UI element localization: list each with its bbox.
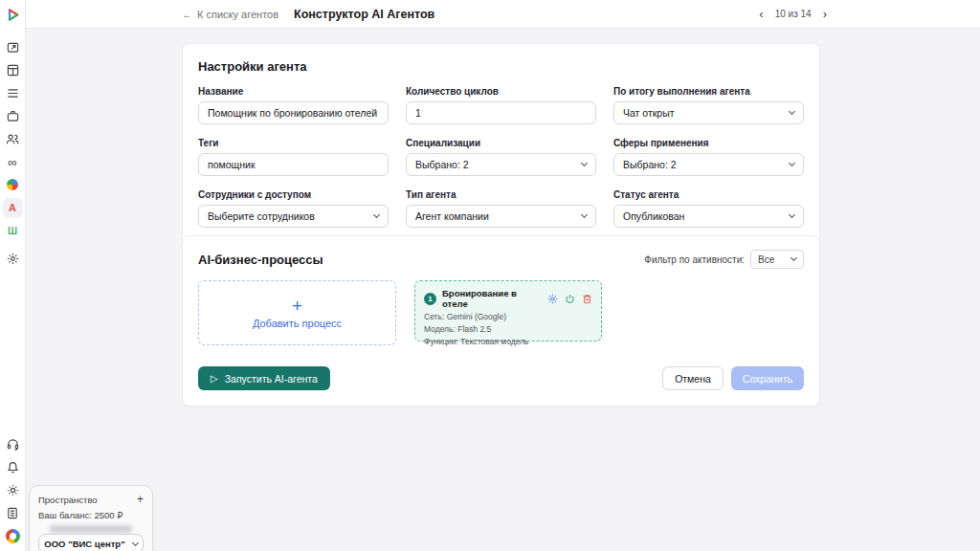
chevron-down-icon [789,211,795,218]
blurred-user-text [50,525,132,533]
next-page-button[interactable]: › [823,8,827,20]
field-specializations: Специализации Выбрано: 2 [406,138,596,176]
gear-icon [7,253,19,265]
activity-filter-select[interactable]: Все [750,250,804,269]
processes-row: + Добавить процесс 1 Бронирование в отел… [198,280,804,345]
sidebar-item-docs[interactable] [3,501,23,524]
workspace-title: Пространство [38,495,98,505]
prev-page-button[interactable]: ‹ [759,8,763,20]
letter-sh-icon: Ш [8,226,17,236]
field-label: Статус агента [613,189,804,200]
chevron-down-icon [373,211,380,218]
agent-type-select[interactable]: Агент компании [406,205,596,228]
field-label: Сотрудники с доступом [198,189,389,200]
bell-icon [7,461,19,474]
field-label: Теги [198,138,389,148]
sidebar-item-theme[interactable] [3,478,23,501]
field-name: Название [198,86,389,124]
processes-footer: ▷ Запустить AI-агента Отмена Сохранить [198,366,804,390]
add-process-label: Добавить процесс [253,318,342,329]
name-input[interactable] [198,101,389,124]
sidebar: ∞ A Ш [0,0,26,551]
process-power-button[interactable] [565,294,575,304]
field-label: Количество циклов [406,86,596,97]
process-settings-button[interactable] [547,294,558,304]
sidebar-item-ai-agents-active[interactable]: A [3,196,23,219]
form-actions: Отмена Сохранить [662,366,804,390]
workspace-balance: Ваш баланс: 2500 ₽ [38,510,144,520]
chevron-down-icon [791,254,797,261]
sidebar-item-employees[interactable] [3,127,23,150]
add-workspace-button[interactable]: + [137,494,144,505]
chevron-down-icon [581,211,588,218]
add-process-button[interactable]: + Добавить процесс [198,280,396,345]
spheres-select[interactable]: Выбрано: 2 [613,153,804,176]
sidebar-item-notifications[interactable] [3,455,23,478]
pagination-label: 10 из 14 [775,9,812,19]
sidebar-item-analytics[interactable] [3,173,23,196]
organization-select[interactable]: ООО "ВИС центр" [38,534,144,551]
external-window-icon [7,41,19,54]
field-label: По итогу выполнения агента [613,86,804,97]
chevron-down-icon [789,108,795,115]
sidebar-item-integrations[interactable]: ∞ [3,150,23,173]
sidebar-item-partner-logo[interactable] [3,524,23,547]
sidebar-item-tasks[interactable] [3,81,23,104]
chevron-down-icon [581,160,588,166]
select-value: Выберите сотрудников [208,210,315,222]
sidebar-item-dashboard[interactable] [3,35,23,58]
cycles-input[interactable] [406,101,596,124]
save-button[interactable]: Сохранить [731,366,804,390]
organization-name: ООО "ВИС центр" [44,539,124,549]
headset-icon [7,438,19,451]
specializations-select[interactable]: Выбрано: 2 [406,153,596,176]
active-item-bg: A [3,198,23,218]
back-arrow-icon: ← [182,9,192,20]
cancel-button[interactable]: Отмена [662,366,724,390]
field-employees: Сотрудники с доступом Выберите сотрудник… [198,189,389,228]
select-value: Опубликован [623,210,684,222]
processes-title: AI-бизнес-процессы [198,253,323,267]
app-logo[interactable] [5,0,21,29]
letter-a-icon: A [9,202,16,213]
process-card[interactable]: 1 Бронирование в отеле [414,280,602,342]
back-to-agents-link[interactable]: ← К списку агентов [182,9,278,20]
app-logo-icon [5,7,21,23]
process-actions [547,294,592,304]
field-tags: Теги [198,138,389,176]
field-spheres: Сферы применения Выбрано: 2 [613,138,804,176]
briefcase-icon [7,110,19,122]
sidebar-item-support[interactable] [3,432,23,455]
colorful-chart-icon [7,179,18,190]
employees-select[interactable]: Выберите сотрудников [198,205,389,228]
page-title: Конструктор AI Агентов [294,8,434,21]
process-delete-button[interactable] [582,294,592,304]
chevron-down-icon [132,539,139,545]
field-result: По итогу выполнения агента Чат открыт [613,86,804,124]
users-icon [6,133,19,145]
workspace-panel: Пространство + Ваш баланс: 2500 ₽ ООО "В… [29,485,153,551]
select-value: Чат открыт [623,107,675,119]
agent-settings-grid: Название Количество циклов По итогу выпо… [198,86,804,228]
document-icon [7,507,18,519]
sidebar-item-company[interactable] [3,104,23,127]
sidebar-item-settings[interactable] [3,247,23,270]
tags-input[interactable] [198,153,389,176]
list-icon [7,88,19,99]
top-bar: ← К списку агентов Конструктор AI Агенто… [26,0,980,29]
sidebar-item-boards[interactable] [3,58,23,81]
select-value: Выбрано: 2 [415,159,469,170]
agent-settings-title: Настройки агента [198,59,804,74]
workspace-header: Пространство + [38,494,144,505]
select-value: Агент компании [415,210,489,222]
partner-logo-icon [6,529,20,543]
play-icon: ▷ [211,373,218,384]
status-select[interactable]: Опубликован [613,205,804,228]
result-select[interactable]: Чат открыт [613,101,804,124]
sidebar-item-sh-module[interactable]: Ш [3,219,23,242]
run-agent-label: Запустить AI-агента [225,373,318,385]
process-functions: Функции: Текстовая модель [424,337,592,346]
process-card-header: 1 Бронирование в отеле [424,288,592,309]
run-agent-button[interactable]: ▷ Запустить AI-агента [198,366,330,390]
select-value: Все [758,254,774,265]
